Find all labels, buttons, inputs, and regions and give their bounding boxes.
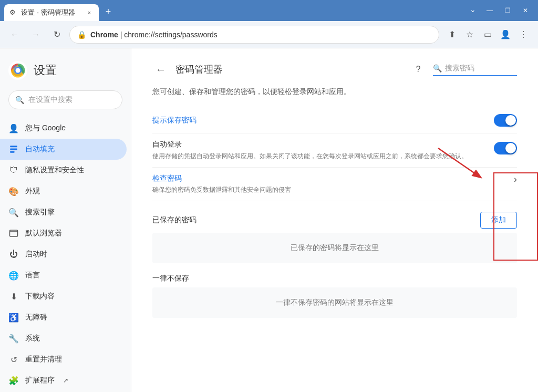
- sidebar-item-label: 系统: [25, 334, 40, 343]
- check-passwords-arrow[interactable]: ›: [514, 174, 517, 185]
- help-button[interactable]: ?: [410, 61, 427, 78]
- sidebar-item-label: 重置并清理: [25, 355, 62, 364]
- reset-icon: ↺: [8, 354, 19, 365]
- reload-button[interactable]: ↻: [48, 26, 65, 43]
- forward-button[interactable]: →: [27, 26, 44, 43]
- close-window-button[interactable]: ✕: [517, 3, 534, 18]
- never-save-empty-state: 一律不保存密码的网站将显示在这里: [152, 287, 517, 318]
- password-manager-description: 您可创建、保存和管理您的密码，以便轻松登录网站和应用。: [152, 86, 517, 97]
- auto-signin-desc: 使用存储的凭据自动登录网站和应用。如果关闭了该功能，在您每次登录网站或应用之前，…: [152, 151, 468, 161]
- tab-dropdown-button[interactable]: ⌄: [465, 2, 480, 17]
- sidebar-search-box[interactable]: 🔍 在设置中搜索: [8, 90, 122, 109]
- power-icon: ⏻: [8, 249, 19, 260]
- offer-to-save-slider: [494, 114, 517, 127]
- download-icon: ⬇: [8, 291, 19, 302]
- sidebar: 设置 🔍 在设置中搜索 👤 您与 Google 自动填充 🛡 隐私设置和安全性 …: [0, 48, 131, 392]
- sidebar-item-label: 外观: [25, 187, 40, 196]
- language-icon: 🌐: [8, 270, 19, 281]
- lock-icon: 🔒: [77, 30, 86, 39]
- sidebar-item-label: 无障碍: [25, 313, 47, 322]
- minimize-button[interactable]: —: [481, 3, 498, 18]
- search-placeholder-text: 在设置中搜索: [28, 95, 73, 105]
- svg-rect-9: [10, 230, 18, 236]
- shield-icon: 🛡: [8, 165, 19, 176]
- sidebar-item-extensions[interactable]: 🧩 扩展程序 ↗: [0, 370, 127, 391]
- never-save-section: 一律不保存 一律不保存密码的网站将显示在这里: [152, 274, 517, 318]
- share-button[interactable]: ⬆: [443, 26, 460, 43]
- content-area: ← 密码管理器 ? 🔍 搜索密码 您可创建、保存和管理您的密码，以便轻松登录网站…: [131, 48, 538, 392]
- sidebar-item-language[interactable]: 🌐 语言: [0, 265, 127, 286]
- sidebar-item-label: 搜索引擎: [25, 208, 55, 217]
- sidebar-item-reset[interactable]: ↺ 重置并清理: [0, 349, 127, 370]
- close-tab-button[interactable]: ×: [85, 8, 94, 17]
- password-manager-title: 密码管理器: [175, 63, 404, 76]
- tab-favicon: ⚙: [9, 8, 18, 17]
- password-search-icon: 🔍: [433, 64, 442, 73]
- sidebar-item-search-engine[interactable]: 🔍 搜索引擎: [0, 202, 127, 223]
- sidebar-item-label: 扩展程序: [25, 376, 55, 385]
- url-display: Chrome | chrome://settings/passwords: [90, 30, 218, 39]
- sidebar-item-autofill[interactable]: 自动填充: [0, 139, 127, 160]
- add-password-button[interactable]: 添加: [480, 212, 517, 229]
- chrome-logo-icon: [8, 61, 27, 80]
- accessibility-icon: ♿: [8, 312, 19, 323]
- sidebar-item-label: 启动时: [25, 250, 47, 259]
- sidebar-item-privacy[interactable]: 🛡 隐私设置和安全性: [0, 160, 127, 181]
- titlebar: ⚙ 设置 - 密码管理器 × + ⌄ — ❐ ✕: [0, 0, 538, 21]
- check-passwords-desc: 确保您的密码免受数据泄露和其他安全问题的侵害: [152, 185, 291, 194]
- password-manager-content: ← 密码管理器 ? 🔍 搜索密码 您可创建、保存和管理您的密码，以便轻松登录网站…: [131, 48, 538, 331]
- sidebar-item-label: 下载内容: [25, 292, 55, 301]
- browser-icon: [8, 228, 19, 239]
- sidebar-item-label: 您与 Google: [25, 123, 66, 133]
- offer-to-save-row: 提示保存密码: [152, 108, 517, 133]
- content-wrapper: ← 密码管理器 ? 🔍 搜索密码 您可创建、保存和管理您的密码，以便轻松登录网站…: [131, 48, 538, 331]
- back-button[interactable]: ←: [6, 26, 23, 43]
- auto-signin-toggle[interactable]: [494, 142, 517, 154]
- svg-rect-8: [10, 151, 14, 153]
- svg-rect-10: [10, 231, 18, 232]
- window-controls: ⌄ — ❐ ✕: [465, 2, 534, 19]
- puzzle-icon: 🧩: [8, 375, 19, 386]
- password-search-box[interactable]: 🔍 搜索密码: [433, 64, 517, 76]
- wrench-icon: 🔧: [8, 333, 19, 344]
- search-icon: 🔍: [15, 96, 24, 104]
- auto-signin-slider: [494, 142, 517, 154]
- svg-rect-6: [10, 146, 17, 147]
- bookmark-button[interactable]: ☆: [461, 26, 478, 43]
- profile-button[interactable]: 👤: [497, 26, 514, 43]
- saved-passwords-section-header: 已保存的密码 添加: [152, 212, 517, 229]
- new-tab-button[interactable]: +: [101, 4, 116, 19]
- menu-button[interactable]: ⋮: [515, 26, 532, 43]
- check-passwords-title: 检查密码: [152, 174, 291, 183]
- auto-signin-row: 自动登录 使用存储的凭据自动登录网站和应用。如果关闭了该功能，在您每次登录网站或…: [152, 133, 517, 168]
- back-to-autofill-button[interactable]: ←: [152, 61, 169, 78]
- sidebar-item-startup[interactable]: ⏻ 启动时: [0, 244, 127, 265]
- offer-to-save-toggle[interactable]: [494, 114, 517, 127]
- auto-signin-title: 自动登录: [152, 140, 468, 149]
- svg-rect-7: [10, 149, 17, 150]
- password-manager-header: ← 密码管理器 ? 🔍 搜索密码: [152, 61, 517, 78]
- external-link-icon: ↗: [63, 377, 68, 384]
- person-icon: 👤: [8, 123, 19, 133]
- autofill-icon: [8, 144, 19, 154]
- sidebar-item-google[interactable]: 👤 您与 Google: [0, 118, 127, 139]
- sidebar-item-label: 自动填充: [25, 145, 55, 154]
- sidebar-item-downloads[interactable]: ⬇ 下载内容: [0, 286, 127, 307]
- sidebar-item-system[interactable]: 🔧 系统: [0, 328, 127, 349]
- main-layout: 设置 🔍 在设置中搜索 👤 您与 Google 自动填充 🛡 隐私设置和安全性 …: [0, 48, 538, 392]
- search-engine-icon: 🔍: [8, 207, 19, 218]
- maximize-button[interactable]: ❐: [499, 3, 516, 18]
- sidebar-item-default-browser[interactable]: 默认浏览器: [0, 223, 127, 244]
- sidebar-item-appearance[interactable]: 🎨 外观: [0, 181, 127, 202]
- browser-tabs: ⚙ 设置 - 密码管理器 × +: [4, 0, 465, 21]
- never-save-title: 一律不保存: [152, 274, 517, 283]
- sidebar-item-accessibility[interactable]: ♿ 无障碍: [0, 307, 127, 328]
- active-tab[interactable]: ⚙ 设置 - 密码管理器 ×: [4, 4, 99, 21]
- password-search-placeholder: 搜索密码: [445, 64, 474, 73]
- split-screen-button[interactable]: ▭: [479, 26, 496, 43]
- omnibox[interactable]: 🔒 Chrome | chrome://settings/passwords: [69, 26, 439, 44]
- saved-passwords-title: 已保存的密码: [152, 215, 196, 225]
- settings-header: 设置: [0, 55, 131, 90]
- offer-to-save-label: 提示保存密码: [152, 116, 196, 125]
- sidebar-item-label: 隐私设置和安全性: [25, 166, 84, 175]
